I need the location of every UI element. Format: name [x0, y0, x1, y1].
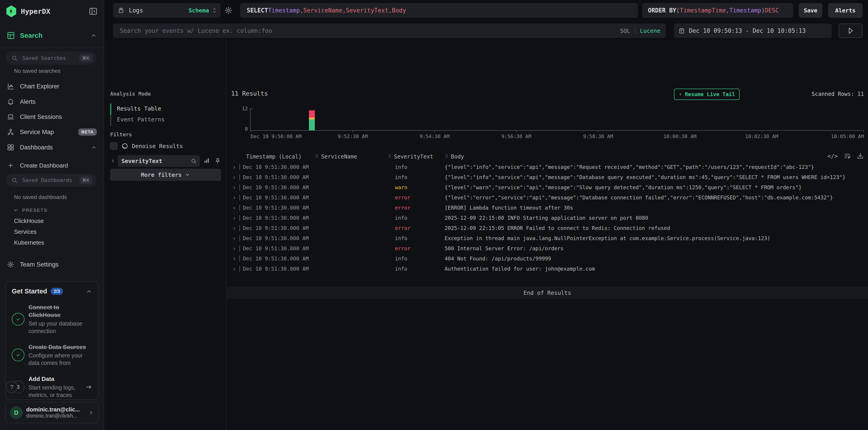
profile-menu[interactable]: D dominic.tran@clic... dominic.tran@clic…: [5, 402, 99, 423]
pin-icon[interactable]: [214, 158, 221, 164]
sidebar-item-alerts[interactable]: Alerts: [0, 95, 103, 108]
row-expand-chevron[interactable]: ›: [231, 184, 239, 191]
row-timestamp: Dec 10 9:51:30.000 AM: [243, 205, 315, 211]
lucene-toggle[interactable]: Lucene: [640, 28, 660, 34]
results-count: 11 Results: [231, 90, 268, 97]
sidebar-item-client-sessions[interactable]: Client Sessions: [0, 110, 103, 124]
presets-toggle[interactable]: PRESETS: [13, 207, 48, 213]
create-dashboard-button[interactable]: Create Dashboard: [0, 160, 103, 171]
severity-filter-field[interactable]: SeverityText: [118, 155, 200, 167]
toggle-divider: |: [633, 28, 637, 34]
table-row[interactable]: › Dec 10 9:51:30.000 AM info {"level":"i…: [231, 162, 864, 172]
sidebar-item-dashboards[interactable]: Dashboards: [0, 141, 103, 154]
check-circle-icon: [12, 313, 24, 326]
saved-dashboards-input[interactable]: [22, 177, 80, 184]
sidebar-item-search[interactable]: Search: [0, 29, 103, 42]
sidebar-item-team-settings[interactable]: Team Settings: [0, 258, 103, 271]
no-saved-dashboards-text: No saved dashboards: [14, 194, 67, 200]
source-label: Logs: [129, 7, 189, 14]
x-axis-tick: 9:58:30 AM: [583, 130, 613, 139]
table-row[interactable]: › Dec 10 9:51:30.000 AM error {"level":"…: [231, 192, 864, 203]
select-clause-input[interactable]: SELECT Timestamp,ServiceName,SeverityTex…: [240, 3, 638, 18]
histogram-plot[interactable]: Dec 10 9:50:00 AM9:52:30 AM9:54:30 AM9:5…: [250, 108, 864, 131]
row-expand-chevron[interactable]: ›: [231, 214, 239, 221]
preset-kubernetes[interactable]: Kubernetes: [14, 239, 44, 246]
sidebar-item-service-map[interactable]: Service Map BETA: [0, 125, 103, 139]
more-filters-button[interactable]: More filters: [110, 169, 221, 181]
denoise-results-toggle[interactable]: Denoise Results: [110, 142, 183, 150]
row-expand-chevron[interactable]: ›: [231, 235, 239, 242]
table-row[interactable]: › Dec 10 9:51:30.000 AM info 2025-12-09 …: [231, 213, 864, 223]
chevron-up-icon[interactable]: [86, 288, 92, 295]
row-expand-chevron[interactable]: ›: [231, 245, 239, 252]
table-row[interactable]: › Dec 10 9:51:30.000 AM info {"level":"i…: [231, 172, 864, 182]
mode-event-patterns[interactable]: Event Patterns: [117, 116, 165, 123]
chevron-right-icon: [88, 410, 94, 416]
alerts-button[interactable]: Alerts: [828, 3, 863, 18]
download-icon[interactable]: [857, 153, 864, 160]
orderby-clause-input[interactable]: ORDER BY (TimestampTime, Timestamp) DESC: [642, 3, 793, 18]
resume-live-tail-button[interactable]: Resume Live Tail: [674, 89, 740, 100]
sql-toggle[interactable]: SQL: [620, 28, 630, 34]
get-started-item-desc: Start sending logs, metrics, or traces: [29, 384, 84, 399]
topbar: Logs Schema SELECT Timestamp,ServiceName…: [104, 0, 868, 41]
table-row[interactable]: › Dec 10 9:51:30.000 AM warn {"level":"w…: [231, 182, 864, 192]
save-button[interactable]: Save: [799, 3, 822, 18]
brand-name: HyperDX: [21, 7, 89, 15]
drag-handle-icon[interactable]: [315, 153, 319, 160]
arrow-right-icon: [86, 384, 92, 391]
date-range-picker[interactable]: Dec 10 09:50:13 - Dec 10 10:05:13: [674, 24, 832, 38]
query-language-toggle[interactable]: SQL | Lucene: [620, 28, 660, 34]
bar-segment-error: [309, 110, 315, 118]
run-query-button[interactable]: [839, 24, 863, 38]
mode-results-table[interactable]: Results Table: [117, 105, 161, 112]
chevron-up-icon[interactable]: [90, 32, 97, 39]
histogram-stacked-bar[interactable]: [309, 108, 315, 130]
column-header-severitytext[interactable]: SeverityText: [388, 153, 442, 160]
row-expand-chevron[interactable]: ›: [231, 225, 239, 232]
row-expand-chevron[interactable]: ›: [231, 265, 239, 272]
bar-segment-warn: [309, 118, 315, 119]
table-row[interactable]: › Dec 10 9:51:30.000 AM error [ERROR] La…: [231, 203, 864, 213]
more-filters-label: More filters: [141, 172, 182, 178]
row-body: {"level":"info","service":"api","message…: [442, 174, 864, 180]
event-search-input[interactable]: [119, 27, 620, 34]
row-expand-chevron[interactable]: ›: [231, 174, 239, 180]
source-select[interactable]: Logs Schema: [113, 3, 221, 18]
row-expand-chevron[interactable]: ›: [231, 164, 239, 170]
chevron-right-icon[interactable]: [110, 158, 116, 164]
wrap-lines-icon[interactable]: [844, 153, 851, 160]
column-header-body[interactable]: Body </>: [442, 153, 864, 160]
calendar-icon: [679, 28, 685, 34]
get-started-item-add-data[interactable]: 3 Add Data Start sending logs, metrics, …: [12, 375, 92, 399]
row-expand-chevron[interactable]: ›: [231, 204, 239, 211]
chevron-up-icon[interactable]: [91, 144, 97, 150]
row-severity: info: [388, 266, 442, 272]
search-icon[interactable]: [191, 158, 196, 164]
table-row[interactable]: › Dec 10 9:51:30.000 AM error 500 Intern…: [231, 243, 864, 254]
column-header-timestamp[interactable]: Timestamp (Local): [243, 154, 315, 160]
bar-chart-icon[interactable]: [203, 157, 210, 165]
get-started-item-connect[interactable]: Connect to ClickHouse Set up your databa…: [12, 304, 92, 335]
table-row[interactable]: › Dec 10 9:51:30.000 AM info Authenticat…: [231, 264, 864, 274]
denoise-checkbox[interactable]: [110, 142, 117, 150]
get-started-item-sources[interactable]: Create Data Sources Configure where your…: [12, 343, 92, 367]
table-row[interactable]: › Dec 10 9:51:30.000 AM info Exception i…: [231, 233, 864, 243]
drag-handle-icon[interactable]: [388, 153, 392, 160]
source-settings-gear-icon[interactable]: [224, 6, 232, 14]
sql-token: ,ServiceName,SeverityText,Body: [300, 7, 406, 14]
preset-clickhouse[interactable]: ClickHouse: [14, 218, 44, 225]
sidebar-item-chart-explorer[interactable]: Chart Explorer: [0, 79, 103, 93]
sidebar-collapse-icon[interactable]: [89, 7, 98, 16]
column-header-servicename[interactable]: ServiceName: [315, 153, 388, 160]
table-row[interactable]: › Dec 10 9:51:30.000 AM info 404 Not Fou…: [231, 254, 864, 264]
row-expand-chevron[interactable]: ›: [231, 255, 239, 262]
help-button[interactable]: ?: [6, 381, 18, 393]
get-started-header[interactable]: Get Started 2/3: [12, 288, 92, 295]
drag-handle-icon[interactable]: [445, 153, 449, 160]
preset-services[interactable]: Services: [14, 228, 37, 235]
saved-searches-input[interactable]: [22, 55, 80, 61]
table-row[interactable]: › Dec 10 9:51:30.000 AM error 2025-12-09…: [231, 223, 864, 233]
row-expand-chevron[interactable]: ›: [231, 194, 239, 201]
code-view-icon[interactable]: </>: [828, 153, 838, 159]
